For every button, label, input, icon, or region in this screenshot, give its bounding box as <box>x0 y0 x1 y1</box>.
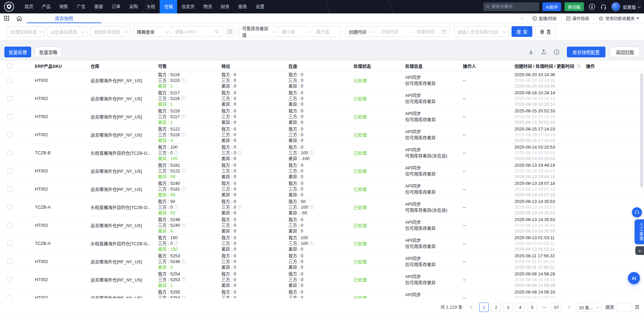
row-checkbox[interactable] <box>7 114 12 119</box>
search-button[interactable]: 搜索 <box>512 26 532 37</box>
search-icon[interactable] <box>215 30 219 34</box>
ai-assistant-button[interactable]: AI助手 <box>542 2 561 11</box>
row-checkbox[interactable] <box>7 223 12 228</box>
nav-item[interactable]: 头程 <box>142 0 160 13</box>
diff-field-select[interactable]: 可售库存差异值 <box>239 27 278 37</box>
release-notes-icon[interactable] <box>589 3 595 10</box>
collapse-panel-button[interactable]: » <box>635 246 644 255</box>
nav-item[interactable]: 仓储 <box>160 0 177 13</box>
question-icon[interactable]: ? <box>310 151 314 155</box>
app-logo[interactable] <box>4 2 14 12</box>
calendar-icon[interactable] <box>441 29 446 34</box>
customer-service-icon[interactable] <box>632 207 642 217</box>
nav-item[interactable]: 产品 <box>38 0 55 13</box>
version-switcher[interactable]: 如意版 <box>623 4 640 10</box>
row-checkbox[interactable] <box>7 259 12 264</box>
page-number-button[interactable]: ••• <box>540 303 549 312</box>
reset-button[interactable]: 重置 <box>535 26 556 37</box>
row-checkbox[interactable] <box>7 187 12 192</box>
question-icon[interactable]: ? <box>181 296 186 298</box>
global-search-input[interactable] <box>491 4 536 9</box>
row-checkbox[interactable] <box>7 96 12 101</box>
ai-floating-button[interactable]: AI <box>628 272 640 284</box>
batch-ignore-button[interactable]: 批量忽略 <box>35 47 62 57</box>
question-icon[interactable]: ? <box>181 96 185 101</box>
row-checkbox[interactable] <box>7 132 12 137</box>
question-icon[interactable]: ? <box>181 259 186 264</box>
question-icon[interactable]: ? <box>237 151 242 155</box>
tab-inventory-snapshot[interactable]: 库存快照 <box>27 13 101 23</box>
batch-process-button[interactable]: 批量处理 <box>4 47 31 57</box>
col-header-times[interactable]: 创建时间 / 处理时间 / 更新时间 <box>515 63 586 69</box>
page-number-button[interactable]: 5 <box>528 303 537 312</box>
nav-item[interactable]: 设置 <box>251 0 269 13</box>
apps-grid-icon[interactable] <box>0 13 13 23</box>
next-page-button[interactable] <box>564 303 573 312</box>
tabs-collapse-chevron[interactable] <box>516 17 528 19</box>
filter-diff-type-select[interactable]: 对比差异类型 <box>47 26 88 37</box>
time-field-select[interactable]: 创建时间 <box>345 27 377 37</box>
question-icon[interactable]: ? <box>181 277 186 282</box>
vertical-scrollbar[interactable] <box>640 73 643 188</box>
upload-icon[interactable] <box>541 49 546 55</box>
new-features-button[interactable]: 新功能 <box>565 2 584 11</box>
nav-item[interactable]: 客服 <box>90 0 107 13</box>
question-icon[interactable]: ? <box>237 205 242 209</box>
question-icon[interactable]: ? <box>181 169 186 173</box>
question-icon[interactable]: ? <box>181 223 186 227</box>
row-checkbox[interactable] <box>7 295 12 298</box>
warehouse-filter-select[interactable]: 请输入仓库名称/代码 <box>454 26 509 37</box>
jump-page-input[interactable] <box>617 303 632 312</box>
filter-error-type-select[interactable]: 处理异常类型 <box>90 26 130 37</box>
sku-input[interactable] <box>175 29 212 34</box>
question-icon[interactable]: ? <box>181 133 185 137</box>
page-number-button[interactable]: 57 <box>552 303 561 312</box>
sort-icon[interactable] <box>576 64 581 68</box>
page-number-button[interactable]: 2 <box>491 303 501 312</box>
nav-item[interactable]: 财务 <box>216 0 234 13</box>
nav-item[interactable]: 报表 <box>234 0 251 13</box>
live-replay-link[interactable]: 直播/回放 <box>528 15 561 21</box>
row-checkbox[interactable] <box>7 150 12 155</box>
nav-item[interactable]: 销售 <box>55 0 72 13</box>
nav-item[interactable]: 订单 <box>107 0 125 13</box>
page-number-button[interactable]: 3 <box>503 303 513 312</box>
row-checkbox[interactable] <box>7 277 12 282</box>
global-search[interactable] <box>483 2 539 11</box>
nav-item[interactable]: 首页 <box>20 0 38 13</box>
user-avatar[interactable] <box>611 2 620 11</box>
filter-stock-status-select[interactable]: 处理库存状态 <box>7 26 45 37</box>
human-service-button[interactable]: 人工客服 <box>635 219 644 244</box>
batch-sku-input-button[interactable] <box>225 26 234 37</box>
query-mode-select[interactable]: 精确查询 <box>133 27 171 37</box>
snapshot-config-button[interactable]: 库存快照配置 <box>567 47 605 57</box>
favorites-menu[interactable]: 常用功能收藏夹 <box>594 15 644 21</box>
question-icon[interactable]: ? <box>174 205 178 209</box>
start-date-input[interactable] <box>381 29 405 34</box>
question-icon[interactable]: ? <box>310 205 314 209</box>
home-icon[interactable] <box>13 13 25 23</box>
min-value-input[interactable] <box>282 29 306 34</box>
select-all-checkbox[interactable] <box>7 63 12 68</box>
prev-page-button[interactable] <box>467 303 477 312</box>
page-number-button[interactable]: 1 <box>479 303 489 312</box>
info-icon[interactable] <box>554 49 559 55</box>
row-checkbox[interactable] <box>7 241 12 246</box>
operation-guide-link[interactable]: 操作指南 <box>561 15 594 21</box>
question-icon[interactable]: ? <box>181 187 186 191</box>
back-to-old-button[interactable]: 返回旧版 <box>610 47 640 57</box>
row-checkbox[interactable] <box>7 168 12 173</box>
row-checkbox[interactable] <box>7 78 12 83</box>
nav-item[interactable]: 采购 <box>125 0 142 13</box>
question-icon[interactable]: ? <box>174 151 178 155</box>
nav-item[interactable]: 物流 <box>199 0 216 13</box>
question-icon[interactable]: ? <box>181 114 185 119</box>
nav-item[interactable]: 自发货 <box>177 0 199 13</box>
page-number-button[interactable]: 4 <box>516 303 525 312</box>
question-icon[interactable]: ? <box>181 78 185 83</box>
end-date-input[interactable] <box>417 29 440 34</box>
max-value-input[interactable] <box>316 29 337 34</box>
download-icon[interactable] <box>528 49 534 55</box>
row-checkbox[interactable] <box>7 205 12 210</box>
headset-icon[interactable] <box>600 3 607 10</box>
